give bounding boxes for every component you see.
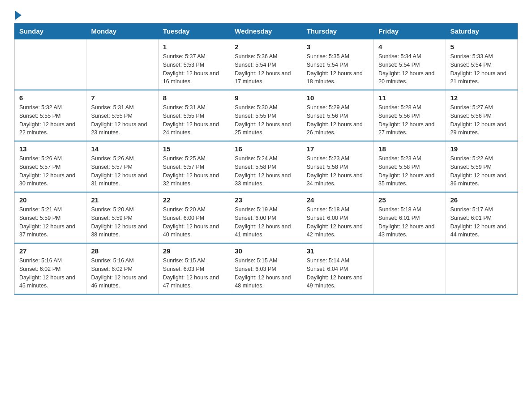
calendar-cell <box>15 39 86 90</box>
calendar-cell: 10Sunrise: 5:29 AMSunset: 5:56 PMDayligh… <box>302 90 373 141</box>
calendar-cell: 26Sunrise: 5:17 AMSunset: 6:01 PMDayligh… <box>446 192 517 243</box>
day-info: Sunrise: 5:25 AMSunset: 5:57 PMDaylight:… <box>163 154 225 188</box>
day-number: 11 <box>378 94 441 102</box>
calendar-cell: 4Sunrise: 5:34 AMSunset: 5:54 PMDaylight… <box>374 39 446 90</box>
day-number: 10 <box>307 94 369 102</box>
day-info: Sunrise: 5:14 AMSunset: 6:04 PMDaylight:… <box>307 257 369 290</box>
day-info: Sunrise: 5:26 AMSunset: 5:57 PMDaylight:… <box>19 154 82 188</box>
day-info: Sunrise: 5:31 AMSunset: 5:55 PMDaylight:… <box>163 103 225 137</box>
calendar-cell: 31Sunrise: 5:14 AMSunset: 6:04 PMDayligh… <box>302 243 373 294</box>
calendar-cell: 2Sunrise: 5:36 AMSunset: 5:54 PMDaylight… <box>230 39 302 90</box>
col-thursday: Thursday <box>302 24 373 39</box>
day-number: 2 <box>235 43 297 51</box>
day-number: 28 <box>91 247 153 255</box>
day-number: 19 <box>450 145 513 153</box>
calendar-cell: 27Sunrise: 5:16 AMSunset: 6:02 PMDayligh… <box>15 243 86 294</box>
calendar-week-row: 27Sunrise: 5:16 AMSunset: 6:02 PMDayligh… <box>15 243 518 294</box>
calendar-cell: 25Sunrise: 5:18 AMSunset: 6:01 PMDayligh… <box>374 192 446 243</box>
page-header <box>14 11 518 20</box>
day-number: 5 <box>450 43 513 51</box>
day-info: Sunrise: 5:31 AMSunset: 5:55 PMDaylight:… <box>91 103 153 137</box>
day-info: Sunrise: 5:20 AMSunset: 5:59 PMDaylight:… <box>91 206 153 239</box>
day-info: Sunrise: 5:19 AMSunset: 6:00 PMDaylight:… <box>235 206 297 239</box>
calendar-cell: 29Sunrise: 5:15 AMSunset: 6:03 PMDayligh… <box>158 243 230 294</box>
day-info: Sunrise: 5:15 AMSunset: 6:03 PMDaylight:… <box>235 257 297 290</box>
calendar-cell: 3Sunrise: 5:35 AMSunset: 5:54 PMDaylight… <box>302 39 373 90</box>
day-number: 8 <box>163 94 225 102</box>
day-number: 17 <box>307 145 369 153</box>
calendar-cell: 14Sunrise: 5:26 AMSunset: 5:57 PMDayligh… <box>86 141 158 192</box>
day-info: Sunrise: 5:16 AMSunset: 6:02 PMDaylight:… <box>19 257 82 290</box>
day-info: Sunrise: 5:32 AMSunset: 5:55 PMDaylight:… <box>19 103 82 137</box>
day-number: 1 <box>163 43 225 51</box>
day-number: 26 <box>450 196 513 204</box>
day-info: Sunrise: 5:30 AMSunset: 5:55 PMDaylight:… <box>235 103 297 137</box>
calendar-cell: 20Sunrise: 5:21 AMSunset: 5:59 PMDayligh… <box>15 192 86 243</box>
day-info: Sunrise: 5:23 AMSunset: 5:58 PMDaylight:… <box>307 154 369 188</box>
col-friday: Friday <box>374 24 446 39</box>
day-info: Sunrise: 5:18 AMSunset: 6:01 PMDaylight:… <box>378 206 441 239</box>
day-number: 23 <box>235 196 297 204</box>
calendar-cell: 11Sunrise: 5:28 AMSunset: 5:56 PMDayligh… <box>374 90 446 141</box>
calendar-cell: 6Sunrise: 5:32 AMSunset: 5:55 PMDaylight… <box>15 90 86 141</box>
day-number: 16 <box>235 145 297 153</box>
day-info: Sunrise: 5:15 AMSunset: 6:03 PMDaylight:… <box>163 257 225 290</box>
calendar-cell: 13Sunrise: 5:26 AMSunset: 5:57 PMDayligh… <box>15 141 86 192</box>
col-saturday: Saturday <box>446 24 517 39</box>
day-info: Sunrise: 5:23 AMSunset: 5:58 PMDaylight:… <box>378 154 441 188</box>
calendar-cell: 24Sunrise: 5:18 AMSunset: 6:00 PMDayligh… <box>302 192 373 243</box>
day-info: Sunrise: 5:35 AMSunset: 5:54 PMDaylight:… <box>307 52 369 86</box>
calendar-week-row: 1Sunrise: 5:37 AMSunset: 5:53 PMDaylight… <box>15 39 518 90</box>
day-info: Sunrise: 5:34 AMSunset: 5:54 PMDaylight:… <box>378 52 441 86</box>
day-number: 13 <box>19 145 82 153</box>
calendar-cell: 16Sunrise: 5:24 AMSunset: 5:58 PMDayligh… <box>230 141 302 192</box>
day-number: 14 <box>91 145 153 153</box>
day-info: Sunrise: 5:27 AMSunset: 5:56 PMDaylight:… <box>450 103 513 137</box>
day-info: Sunrise: 5:16 AMSunset: 6:02 PMDaylight:… <box>91 257 153 290</box>
calendar-cell: 28Sunrise: 5:16 AMSunset: 6:02 PMDayligh… <box>86 243 158 294</box>
calendar-cell <box>86 39 158 90</box>
calendar-table: Sunday Monday Tuesday Wednesday Thursday… <box>14 23 518 295</box>
day-number: 7 <box>91 94 153 102</box>
calendar-cell: 1Sunrise: 5:37 AMSunset: 5:53 PMDaylight… <box>158 39 230 90</box>
day-info: Sunrise: 5:37 AMSunset: 5:53 PMDaylight:… <box>163 52 225 86</box>
day-info: Sunrise: 5:22 AMSunset: 5:59 PMDaylight:… <box>450 154 513 188</box>
calendar-cell: 12Sunrise: 5:27 AMSunset: 5:56 PMDayligh… <box>446 90 517 141</box>
day-number: 12 <box>450 94 513 102</box>
day-info: Sunrise: 5:33 AMSunset: 5:54 PMDaylight:… <box>450 52 513 86</box>
calendar-week-row: 20Sunrise: 5:21 AMSunset: 5:59 PMDayligh… <box>15 192 518 243</box>
day-info: Sunrise: 5:26 AMSunset: 5:57 PMDaylight:… <box>91 154 153 188</box>
calendar-week-row: 13Sunrise: 5:26 AMSunset: 5:57 PMDayligh… <box>15 141 518 192</box>
day-info: Sunrise: 5:18 AMSunset: 6:00 PMDaylight:… <box>307 206 369 239</box>
logo <box>14 11 22 20</box>
day-info: Sunrise: 5:28 AMSunset: 5:56 PMDaylight:… <box>378 103 441 137</box>
day-number: 3 <box>307 43 369 51</box>
calendar-cell: 5Sunrise: 5:33 AMSunset: 5:54 PMDaylight… <box>446 39 517 90</box>
calendar-cell: 17Sunrise: 5:23 AMSunset: 5:58 PMDayligh… <box>302 141 373 192</box>
calendar-cell <box>446 243 517 294</box>
day-info: Sunrise: 5:20 AMSunset: 6:00 PMDaylight:… <box>163 206 225 239</box>
col-monday: Monday <box>86 24 158 39</box>
day-number: 25 <box>378 196 441 204</box>
day-number: 24 <box>307 196 369 204</box>
logo-triangle-icon <box>15 11 21 20</box>
day-number: 27 <box>19 247 82 255</box>
calendar-cell: 23Sunrise: 5:19 AMSunset: 6:00 PMDayligh… <box>230 192 302 243</box>
day-number: 9 <box>235 94 297 102</box>
day-number: 30 <box>235 247 297 255</box>
calendar-cell: 22Sunrise: 5:20 AMSunset: 6:00 PMDayligh… <box>158 192 230 243</box>
col-wednesday: Wednesday <box>230 24 302 39</box>
day-info: Sunrise: 5:21 AMSunset: 5:59 PMDaylight:… <box>19 206 82 239</box>
day-number: 20 <box>19 196 82 204</box>
day-number: 31 <box>307 247 369 255</box>
calendar-cell: 18Sunrise: 5:23 AMSunset: 5:58 PMDayligh… <box>374 141 446 192</box>
calendar-cell <box>374 243 446 294</box>
day-number: 6 <box>19 94 82 102</box>
calendar-cell: 15Sunrise: 5:25 AMSunset: 5:57 PMDayligh… <box>158 141 230 192</box>
calendar-cell: 19Sunrise: 5:22 AMSunset: 5:59 PMDayligh… <box>446 141 517 192</box>
day-number: 21 <box>91 196 153 204</box>
day-number: 15 <box>163 145 225 153</box>
day-number: 22 <box>163 196 225 204</box>
calendar-cell: 8Sunrise: 5:31 AMSunset: 5:55 PMDaylight… <box>158 90 230 141</box>
day-number: 18 <box>378 145 441 153</box>
